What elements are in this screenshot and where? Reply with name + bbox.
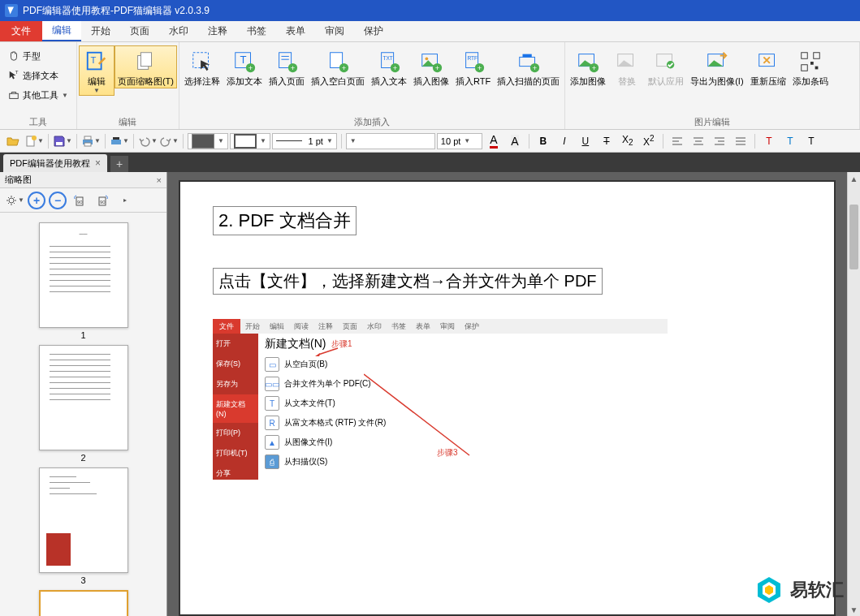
tab-watermark[interactable]: 水印 [159,21,198,41]
print-button[interactable]: ▼ [81,132,101,150]
file-menu-button[interactable]: 文件 [0,21,42,41]
open-button[interactable] [3,132,23,150]
scroll-down-button[interactable]: ▼ [848,603,860,616]
document-view[interactable]: 2. PDF 文档合并 点击【文件】，选择新建文档→合并文件为单个 PDF 文件… [167,172,860,616]
scroll-up-button[interactable]: ▲ [848,172,860,185]
tab-form[interactable]: 表单 [276,21,315,41]
subscript-button[interactable]: X2 [618,132,637,150]
hand-icon [8,50,19,62]
page-paragraph: 点击【文件】，选择新建文档→合并文件为单个 PDF [213,268,603,295]
highlight-button[interactable]: A [505,132,525,150]
align-left-button[interactable] [668,132,687,150]
add-tab-button[interactable]: + [110,156,128,172]
align-center-button[interactable] [689,132,708,150]
scroll-thumb[interactable] [849,205,858,269]
stroke-color-picker[interactable]: ▼ [230,133,270,149]
insert-text-icon: TXT+ [377,50,401,74]
close-panel-button[interactable]: × [157,175,162,185]
tab-review[interactable]: 审阅 [315,21,354,41]
tab-annotate[interactable]: 注释 [198,21,237,41]
zoom-in-button[interactable]: + [28,192,45,209]
replace-button[interactable]: 替换 [609,45,645,88]
undo-icon [138,135,151,148]
svg-text:TXT: TXT [382,55,392,61]
new-button[interactable]: ▼ [24,132,44,150]
svg-text:T: T [15,70,19,75]
strike-button[interactable]: T [597,132,616,150]
save-button[interactable]: ▼ [53,132,72,150]
scan-button[interactable]: ▼ [110,132,129,150]
thumbnails-button[interactable]: 页面缩略图(T) [115,45,177,88]
tab-page[interactable]: 页面 [120,21,159,41]
insert-text-button[interactable]: TXT+ 插入文本 [368,45,410,88]
quick-toolbar: ▼ ▼ ▼ ▼ ▼ ▼ ▼ ▼ 1 pt▼ ▼ 10 pt▼ A A B I U… [0,130,860,153]
add-barcode-button[interactable]: 添加条码 [789,45,832,88]
thumbnail-4[interactable] [39,590,128,616]
text-tool-a[interactable]: T [759,132,779,150]
insert-blank-button[interactable]: + 插入空白页面 [308,45,368,88]
panel-settings-button[interactable]: ▼ [5,191,24,210]
svg-rect-1 [10,93,19,98]
default-app-button[interactable]: 默认应用 [645,45,687,88]
align-right-button[interactable] [710,132,729,150]
svg-rect-52 [84,136,91,140]
close-tab-button[interactable]: × [95,157,101,169]
workspace: 缩略图 × ▼ + − 90 90 ▸ —— 1 2 3 [0,172,860,616]
insert-rtf-button[interactable]: RTF+ 插入RTF [452,45,494,88]
align-justify-button[interactable] [731,132,750,150]
thumbnail-1[interactable]: —— 1 [39,222,128,340]
line-width-combo[interactable]: 1 pt▼ [272,133,337,149]
insert-image-button[interactable]: + 插入图像 [410,45,452,88]
bold-button[interactable]: B [534,132,553,150]
redo-button[interactable]: ▼ [159,132,179,150]
svg-text:T: T [90,55,96,65]
insert-rtf-icon: RTF+ [461,50,486,74]
select-text-button[interactable]: T 选择文本 [5,67,71,84]
thumbnail-3[interactable]: 3 [39,467,128,585]
text-b-icon: T [787,136,793,147]
fill-color-picker[interactable]: ▼ [188,133,228,149]
select-annotation-button[interactable]: 选择注释 [181,45,223,88]
document-tab[interactable]: PDF编辑器使用教程 × [3,154,107,172]
insert-scan-button[interactable]: + 插入扫描的页面 [494,45,563,88]
recompress-button[interactable]: 重新压缩 [747,45,789,88]
font-combo[interactable]: ▼ [346,133,435,149]
tab-start[interactable]: 开始 [81,21,120,41]
add-image-button[interactable]: + 添加图像 [567,45,609,88]
font-size-combo[interactable]: 10 pt▼ [437,133,482,149]
export-image-button[interactable]: 导出为图像(I) [687,45,746,88]
thumbnails-list[interactable]: —— 1 2 3 [0,213,166,616]
svg-point-24 [425,57,428,60]
svg-text:RTF: RTF [467,55,478,61]
panel-more-button[interactable]: ▸ [115,191,135,210]
underline-button[interactable]: U [576,132,595,150]
superscript-button[interactable]: X2 [639,132,659,150]
stroke-swatch-icon [234,134,257,149]
add-image-icon: + [576,50,600,74]
vertical-scrollbar[interactable]: ▲ ▼ [847,172,860,616]
rotate-left-button[interactable]: 90 [70,191,89,210]
text-tool-b[interactable]: T [780,132,800,150]
strike-icon: T [603,136,609,147]
align-right-icon [713,135,726,148]
thumbnail-2[interactable]: 2 [39,345,128,463]
hand-tool-button[interactable]: 手型 [5,47,71,65]
svg-rect-32 [522,54,531,58]
insert-page-button[interactable]: + 插入页面 [266,45,308,88]
tab-protect[interactable]: 保护 [354,21,393,41]
edit-button[interactable]: T 编辑 ▼ [79,45,115,96]
svg-rect-5 [141,53,152,67]
pages-icon [133,50,158,74]
undo-button[interactable]: ▼ [138,132,158,150]
tab-bookmark[interactable]: 书签 [237,21,276,41]
zoom-out-button[interactable]: − [49,192,67,209]
app-logo-icon [5,4,18,17]
text-tool-c[interactable]: T [802,132,821,150]
rotate-right-button[interactable]: 90 [93,191,112,210]
tab-edit[interactable]: 编辑 [42,21,81,41]
arrow-long-icon [364,366,478,463]
italic-button[interactable]: I [555,132,574,150]
other-tools-button[interactable]: 其他工具 ▼ [5,86,71,104]
font-color-button[interactable]: A [484,132,503,150]
add-text-button[interactable]: T+ 添加文本 [223,45,266,88]
